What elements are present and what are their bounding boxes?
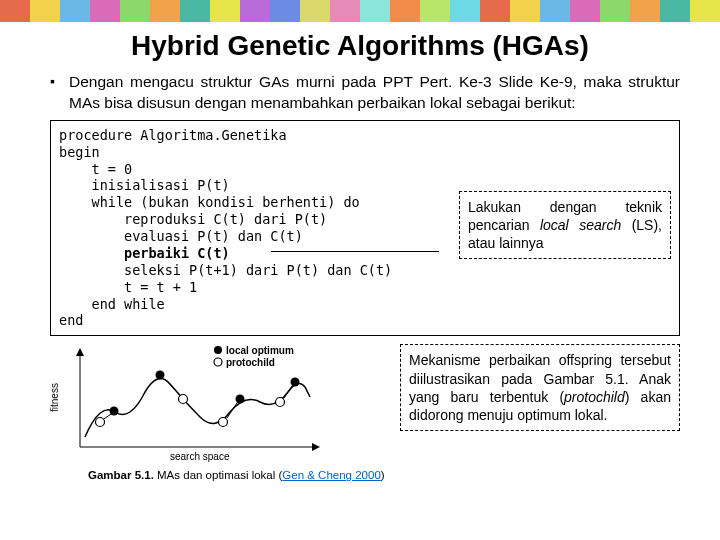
explanation-box: Mekanisme perbaikan offspring tersebut d… — [400, 344, 680, 431]
code-line: procedure Algoritma.Genetika — [59, 127, 671, 144]
svg-text:protochild: protochild — [226, 357, 275, 368]
svg-line-15 — [284, 386, 292, 398]
svg-marker-1 — [76, 348, 84, 356]
svg-line-12 — [104, 414, 111, 419]
svg-point-6 — [236, 395, 245, 404]
svg-line-14 — [227, 403, 237, 418]
slide-title: Hybrid Genetic Algorithms (HGAs) — [0, 30, 720, 62]
svg-point-8 — [96, 418, 105, 427]
bullet-text: Dengan mengacu struktur GAs murni pada P… — [69, 72, 680, 114]
svg-point-10 — [219, 418, 228, 427]
chart-xlabel: search space — [170, 451, 230, 462]
bottom-row: fitness search space local optimum proto… — [50, 342, 680, 467]
svg-text:local optimum: local optimum — [226, 345, 294, 356]
bullet-marker: ▪ — [50, 72, 55, 114]
svg-point-18 — [214, 358, 222, 366]
code-line: seleksi P(t+1) dari P(t) dan C(t) — [59, 262, 671, 279]
slide: Hybrid Genetic Algorithms (HGAs) ▪ Denga… — [0, 0, 720, 540]
decorative-top-border — [0, 0, 720, 22]
svg-point-5 — [156, 371, 165, 380]
bullet-item: ▪ Dengan mengacu struktur GAs murni pada… — [50, 72, 680, 114]
svg-marker-3 — [312, 443, 320, 451]
code-line: t = t + 1 — [59, 279, 671, 296]
svg-point-16 — [214, 346, 222, 354]
pseudocode-box: procedure Algoritma.Genetika begin t = 0… — [50, 120, 680, 337]
content-area: ▪ Dengan mengacu struktur GAs murni pada… — [0, 72, 720, 481]
citation-link[interactable]: Gen & Cheng 2000 — [282, 469, 380, 481]
chart-svg: fitness search space local optimum proto… — [40, 342, 340, 467]
svg-line-13 — [165, 379, 180, 395]
svg-point-9 — [179, 395, 188, 404]
code-line: t = 0 — [59, 161, 671, 178]
code-line: begin — [59, 144, 671, 161]
code-line: end while — [59, 296, 671, 313]
figure-caption: Gambar 5.1. MAs dan optimasi lokal (Gen … — [88, 469, 680, 481]
code-line: end — [59, 312, 671, 329]
svg-point-11 — [276, 398, 285, 407]
svg-point-7 — [291, 378, 300, 387]
fitness-chart: fitness search space local optimum proto… — [40, 342, 340, 467]
annotation-box: Lakukan dengan teknik pencarian local se… — [459, 191, 671, 260]
chart-ylabel: fitness — [49, 383, 60, 412]
annotation-arrow — [271, 251, 439, 253]
